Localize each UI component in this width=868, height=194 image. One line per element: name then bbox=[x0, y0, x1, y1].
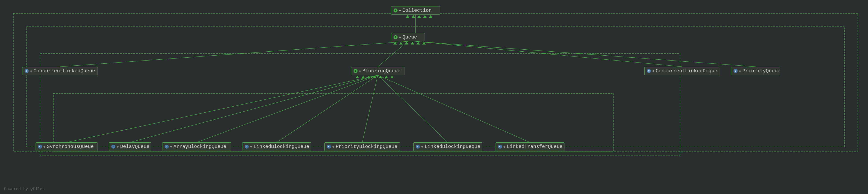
pkg-icon: ❖ bbox=[503, 144, 505, 149]
svg-line-13 bbox=[362, 75, 378, 142]
arrow-up bbox=[406, 15, 409, 18]
node-label: Queue bbox=[402, 34, 417, 40]
node-linked-transfer-queue[interactable]: C ❖ LinkedTransferQueue bbox=[496, 142, 564, 151]
diagram-canvas: I ❖ Collection I ❖ Queue I ❖ BlockingQue… bbox=[0, 0, 868, 194]
pkg-icon: ❖ bbox=[43, 144, 45, 149]
class-icon: C bbox=[327, 145, 331, 148]
pkg-icon: ❖ bbox=[250, 144, 252, 149]
class-icon: C bbox=[111, 145, 115, 148]
node-synchronous-queue[interactable]: C ❖ SynchronousQueue bbox=[36, 142, 98, 151]
arrow-up bbox=[416, 42, 420, 45]
svg-line-15 bbox=[378, 75, 530, 142]
svg-line-9 bbox=[67, 75, 378, 142]
svg-line-7 bbox=[415, 41, 682, 67]
arrow-up bbox=[423, 15, 427, 18]
svg-line-10 bbox=[130, 75, 378, 142]
class-icon: C bbox=[734, 69, 738, 73]
svg-line-5 bbox=[378, 41, 408, 67]
arrow-up bbox=[367, 76, 371, 78]
svg-line-11 bbox=[197, 75, 378, 142]
node-collection[interactable]: I ❖ Collection bbox=[391, 6, 440, 15]
node-delay-queue[interactable]: C ❖ DelayQueue bbox=[109, 142, 151, 151]
svg-line-12 bbox=[277, 75, 378, 142]
node-queue[interactable]: I ❖ Queue bbox=[391, 33, 425, 41]
arrow-up bbox=[405, 42, 408, 45]
node-label: LinkedBlockingDeque bbox=[425, 144, 480, 149]
node-label: ArrayBlockingQueue bbox=[174, 144, 226, 149]
class-icon: C bbox=[498, 145, 502, 148]
node-priority-blocking-queue[interactable]: C ❖ PriorityBlockingQueue bbox=[324, 142, 400, 151]
node-blocking-queue[interactable]: I ❖ BlockingQueue bbox=[351, 67, 404, 75]
class-icon: C bbox=[38, 145, 42, 148]
arrow-up bbox=[422, 42, 426, 45]
pkg-icon: ❖ bbox=[30, 69, 32, 73]
arrow-up bbox=[393, 42, 397, 45]
node-priority-queue[interactable]: C ❖ PriorityQueue bbox=[731, 67, 780, 75]
svg-line-8 bbox=[415, 41, 755, 67]
class-icon: C bbox=[416, 145, 420, 148]
pkg-icon: ❖ bbox=[739, 69, 741, 73]
node-label: LinkedBlockingQueue bbox=[253, 144, 309, 149]
node-label: Collection bbox=[402, 8, 432, 13]
arrow-up bbox=[384, 76, 388, 78]
pkg-icon: ❖ bbox=[399, 8, 401, 13]
node-label: LinkedTransferQueue bbox=[507, 144, 563, 149]
pkg-icon: ❖ bbox=[359, 69, 361, 73]
class-icon: C bbox=[245, 145, 249, 148]
node-label: DelayQueue bbox=[120, 144, 150, 149]
arrow-up bbox=[361, 76, 365, 78]
node-concurrent-linked-queue[interactable]: C ❖ ConcurrentLinkedQueue bbox=[22, 67, 98, 75]
node-label: BlockingQueue bbox=[363, 68, 401, 74]
node-label: ConcurrentLinkedDeque bbox=[656, 68, 717, 74]
svg-rect-1 bbox=[27, 27, 844, 147]
interface-icon: I bbox=[394, 8, 398, 12]
connections-svg bbox=[0, 0, 868, 194]
svg-line-6 bbox=[60, 41, 408, 67]
arrow-up bbox=[399, 42, 403, 45]
pkg-icon: ❖ bbox=[170, 144, 172, 149]
pkg-icon: ❖ bbox=[332, 144, 335, 149]
class-icon: C bbox=[25, 69, 29, 73]
svg-rect-0 bbox=[13, 13, 858, 151]
arrow-up bbox=[390, 76, 394, 78]
node-linked-blocking-queue[interactable]: C ❖ LinkedBlockingQueue bbox=[242, 142, 311, 151]
node-label: SynchronousQueue bbox=[47, 144, 94, 149]
class-icon: C bbox=[165, 145, 169, 148]
node-concurrent-linked-deque[interactable]: C ❖ ConcurrentLinkedDeque bbox=[645, 67, 720, 75]
arrow-up bbox=[417, 15, 421, 18]
pkg-icon: ❖ bbox=[652, 69, 654, 73]
node-label: PriorityBlockingQueue bbox=[336, 144, 397, 149]
powered-by-label: Powered by yFiles bbox=[4, 187, 45, 191]
arrow-up bbox=[373, 76, 376, 78]
interface-icon: I bbox=[353, 69, 358, 73]
class-icon: C bbox=[647, 69, 651, 73]
arrow-up bbox=[429, 15, 432, 18]
interface-icon: I bbox=[394, 35, 398, 39]
node-label: ConcurrentLinkedQueue bbox=[34, 68, 95, 74]
arrow-up bbox=[379, 76, 382, 78]
arrow-up bbox=[411, 15, 415, 18]
pkg-icon: ❖ bbox=[117, 144, 119, 149]
pkg-icon: ❖ bbox=[421, 144, 423, 149]
pkg-icon: ❖ bbox=[399, 35, 401, 39]
svg-line-14 bbox=[378, 75, 448, 142]
arrow-up bbox=[411, 42, 414, 45]
arrow-up bbox=[355, 76, 359, 78]
node-label: PriorityQueue bbox=[742, 68, 781, 74]
node-array-blocking-queue[interactable]: C ❖ ArrayBlockingQueue bbox=[162, 142, 231, 151]
node-linked-blocking-deque[interactable]: C ❖ LinkedBlockingDeque bbox=[413, 142, 482, 151]
